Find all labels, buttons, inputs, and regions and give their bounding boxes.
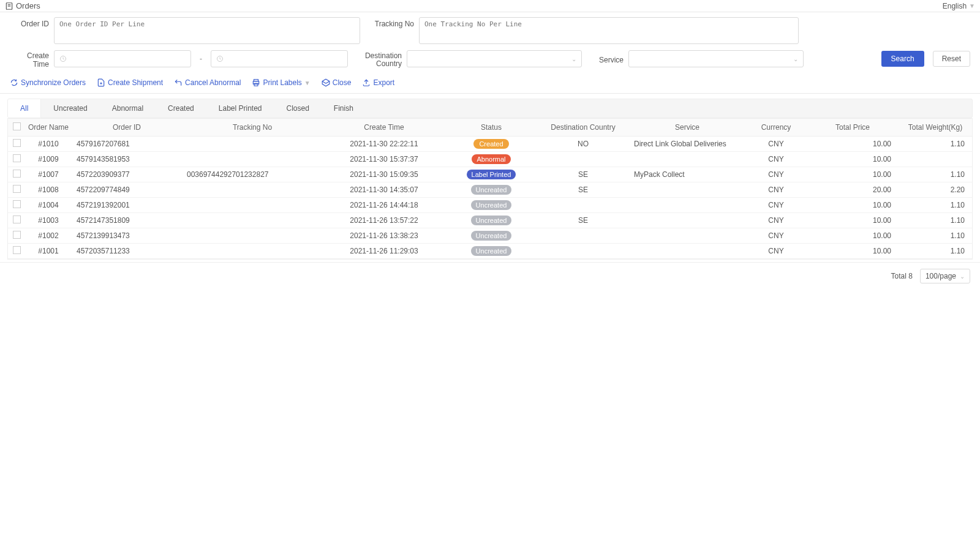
tracking-no-label: Tracking No xyxy=(365,17,414,28)
tab-finish[interactable]: Finish xyxy=(322,99,366,118)
status-badge: Abnormal xyxy=(472,154,510,164)
status-badge: Uncreated xyxy=(471,231,512,241)
cell-order-id: 4572147351809 xyxy=(72,213,182,228)
cell-status: Uncreated xyxy=(445,182,537,198)
row-checkbox[interactable] xyxy=(13,200,21,208)
cell-dest: SE xyxy=(537,182,629,198)
page-size-select[interactable]: 100/page ⌄ xyxy=(920,269,970,283)
cell-create-time: 2021-11-26 13:57:22 xyxy=(323,213,445,228)
cell-weight: 1.10 xyxy=(899,137,972,152)
cell-order-name: #1007 xyxy=(25,167,72,182)
chevron-down-icon: ⌄ xyxy=(793,56,798,62)
language-selector[interactable]: English ▼ xyxy=(943,2,975,10)
table-row[interactable]: #100145720357112332021-11-26 11:29:03Unc… xyxy=(8,244,972,259)
row-checkbox[interactable] xyxy=(13,246,21,254)
create-time-from[interactable] xyxy=(54,50,191,67)
row-checkbox[interactable] xyxy=(13,185,21,193)
table-row[interactable]: #100845722097748492021-11-30 14:35:07Unc… xyxy=(8,182,972,198)
box-icon xyxy=(322,78,330,87)
tab-closed[interactable]: Closed xyxy=(274,99,322,118)
print-labels-button[interactable]: Print Labels ▼ xyxy=(252,78,310,87)
orders-table: Order Name Order ID Tracking No Create T… xyxy=(8,119,972,259)
col-create-time: Create Time xyxy=(323,119,445,137)
cell-tracking xyxy=(182,152,323,167)
cell-order-name: #1003 xyxy=(25,213,72,228)
cancel-abnormal-button[interactable]: Cancel Abnormal xyxy=(174,78,241,87)
total-count: Total 8 xyxy=(891,272,913,280)
export-button[interactable]: Export xyxy=(362,78,394,87)
order-id-input[interactable] xyxy=(54,17,360,44)
row-checkbox[interactable] xyxy=(13,139,21,147)
cell-weight: 1.10 xyxy=(899,228,972,244)
cell-dest: NO xyxy=(537,137,629,152)
cell-order-name: #1010 xyxy=(25,137,72,152)
table-row[interactable]: #101045791672076812021-11-30 22:22:11Cre… xyxy=(8,137,972,152)
topbar: Orders English ▼ xyxy=(0,0,980,12)
table-row[interactable]: #100745722039093770036974429270123282720… xyxy=(8,167,972,182)
sync-orders-button[interactable]: Synchronize Orders xyxy=(10,78,86,87)
cell-status: Uncreated xyxy=(445,198,537,213)
cell-currency: CNY xyxy=(745,244,807,259)
tab-label-printed[interactable]: Label Printed xyxy=(206,99,274,118)
col-status: Status xyxy=(445,119,537,137)
row-checkbox[interactable] xyxy=(13,216,21,223)
close-button[interactable]: Close xyxy=(322,78,352,87)
cell-price: 10.00 xyxy=(807,228,899,244)
service-select[interactable]: ⌄ xyxy=(628,50,804,67)
export-label: Export xyxy=(373,78,394,87)
cell-tracking xyxy=(182,182,323,198)
create-label: Create Shipment xyxy=(108,78,163,87)
row-checkbox[interactable] xyxy=(13,170,21,178)
sync-label: Synchronize Orders xyxy=(21,78,86,87)
create-time-to[interactable] xyxy=(211,50,348,67)
cell-order-id: 4579143581953 xyxy=(72,152,182,167)
search-button[interactable]: Search xyxy=(881,51,924,67)
col-currency: Currency xyxy=(745,119,807,137)
cell-create-time: 2021-11-30 14:35:07 xyxy=(323,182,445,198)
cell-currency: CNY xyxy=(745,182,807,198)
table-row[interactable]: #100245721399134732021-11-26 13:38:23Unc… xyxy=(8,228,972,244)
tracking-no-input[interactable] xyxy=(419,17,799,44)
table-row[interactable]: #100345721473518092021-11-26 13:57:22Unc… xyxy=(8,213,972,228)
create-time-label: Create Time xyxy=(10,49,49,69)
toolbar: Synchronize Orders Create Shipment Cance… xyxy=(0,76,980,94)
cell-dest xyxy=(537,198,629,213)
service-label: Service xyxy=(587,53,624,64)
tab-abnormal[interactable]: Abnormal xyxy=(100,99,156,118)
table-row[interactable]: #100445721913920012021-11-26 14:44:18Unc… xyxy=(8,198,972,213)
select-all-checkbox[interactable] xyxy=(13,122,21,130)
create-shipment-button[interactable]: Create Shipment xyxy=(97,78,163,87)
refresh-icon xyxy=(10,78,18,87)
cell-status: Abnormal xyxy=(445,152,537,167)
date-range-dash: - xyxy=(196,54,206,63)
cell-order-id: 4572191392001 xyxy=(72,198,182,213)
cell-weight: 1.10 xyxy=(899,213,972,228)
cell-currency: CNY xyxy=(745,228,807,244)
svg-line-16 xyxy=(326,81,330,84)
dest-country-select[interactable]: ⌄ xyxy=(407,50,582,67)
file-plus-icon xyxy=(97,78,105,87)
cell-currency: CNY xyxy=(745,152,807,167)
chevron-down-icon: ▼ xyxy=(304,80,311,86)
clock-icon xyxy=(59,55,67,62)
col-total-price: Total Price xyxy=(807,119,899,137)
reset-button[interactable]: Reset xyxy=(933,51,970,67)
row-checkbox[interactable] xyxy=(13,231,21,239)
col-order-name: Order Name xyxy=(25,119,72,137)
table-row[interactable]: #100945791435819532021-11-30 15:37:37Abn… xyxy=(8,152,972,167)
cell-create-time: 2021-11-30 22:22:11 xyxy=(323,137,445,152)
cell-dest xyxy=(537,244,629,259)
close-label: Close xyxy=(333,78,352,87)
cell-service xyxy=(629,182,745,198)
cell-order-name: #1002 xyxy=(25,228,72,244)
svg-line-8 xyxy=(220,59,221,59)
cell-status: Uncreated xyxy=(445,213,537,228)
printer-icon xyxy=(252,78,260,87)
tab-created[interactable]: Created xyxy=(156,99,206,118)
tab-all[interactable]: All xyxy=(8,99,41,118)
status-badge: Created xyxy=(473,139,509,149)
status-badge: Uncreated xyxy=(471,185,512,195)
cell-service xyxy=(629,244,745,259)
tab-uncreated[interactable]: Uncreated xyxy=(41,99,99,118)
row-checkbox[interactable] xyxy=(13,154,21,162)
